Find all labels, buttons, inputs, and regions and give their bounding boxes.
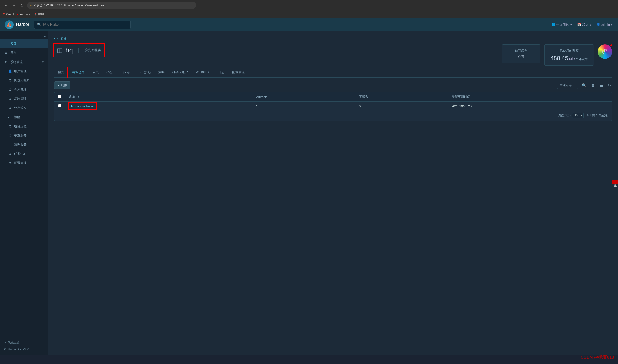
sidebar-item-label-interrogation: 审查服务	[14, 133, 26, 138]
tab-p2p[interactable]: P2P 预热	[134, 68, 154, 77]
sidebar-collapse-area: «	[0, 33, 48, 39]
push-command-button[interactable]: 推送命令 ∨	[557, 82, 579, 89]
right-edge-panel[interactable]: 收藏	[612, 180, 618, 184]
name-filter-icon[interactable]: ▼	[77, 95, 80, 98]
sidebar-item-robot-accounts[interactable]: ⚙ 机器人账户	[0, 76, 48, 85]
sidebar-item-label-repo: 仓库管理	[14, 87, 26, 92]
search-area[interactable]: 🔍	[34, 21, 131, 29]
bookmark-gmail[interactable]: M Gmail	[3, 13, 14, 16]
search-box[interactable]: 🔍	[34, 21, 131, 29]
tab-config-mgmt[interactable]: 配置管理	[228, 68, 249, 77]
pagination: 页面大小 10 15 25 50 1-1 共 1 条记录	[54, 110, 612, 120]
updated-value: 2024/10/7 12:20	[452, 104, 474, 108]
sidebar-api-link[interactable]: ⚙ Harbor API V2.0	[4, 346, 44, 352]
tab-overview-label: 概要	[58, 70, 64, 74]
quota-card: 已使用的配额 488.45 MiB of 不设限	[544, 44, 594, 66]
th-checkbox	[54, 92, 65, 102]
project-avatar: ⏱	[598, 44, 612, 59]
tab-robot-accounts[interactable]: 机器人账户	[168, 68, 192, 77]
tab-labels[interactable]: 标签	[103, 68, 117, 77]
search-input[interactable]	[43, 23, 128, 26]
row-name-cell: hq/nacos-cluster	[65, 102, 252, 111]
user-label: admin	[601, 23, 610, 26]
security-label: 不安全	[34, 3, 42, 8]
sidebar-item-projects[interactable]: ◫ 项目	[0, 39, 48, 48]
grid-list-toggle[interactable]: ⊞	[590, 82, 596, 89]
tab-overview[interactable]: 概要	[54, 68, 68, 77]
sidebar-collapse-button[interactable]: «	[44, 34, 46, 38]
page-size-label: 页面大小	[558, 113, 571, 118]
url-text: 192.168.142.158/harbor/projects/2/reposi…	[44, 4, 104, 7]
tab-logs[interactable]: 日志	[214, 68, 228, 77]
th-artifacts: Artifacts	[252, 92, 355, 102]
sidebar-group-system-header[interactable]: ⚙ 系统管理 ∨	[0, 57, 48, 67]
sidebar-item-replication[interactable]: ⚙ 复制管理	[0, 94, 48, 103]
projects-icon: ◫	[4, 42, 8, 46]
page-size-selector: 页面大小 10 15 25 50	[558, 113, 584, 118]
search-icon: 🔍	[582, 83, 587, 87]
main-container: « ◫ 项目 ≡ 日志 ⚙ 系统管理 ∨ 👤 用	[0, 31, 618, 355]
list-view-button[interactable]: ☰	[598, 82, 604, 89]
sidebar-item-label-task: 任务中心	[14, 152, 26, 156]
sidebar-item-task-center[interactable]: ⚙ 任务中心	[0, 149, 48, 158]
api-label: Harbor API V2.0	[8, 348, 29, 351]
bookmark-youtube[interactable]: ▶ YouTube	[17, 13, 31, 16]
sidebar-item-logs[interactable]: ≡ 日志	[0, 48, 48, 57]
access-level-card: 访问级别 公开	[502, 44, 540, 63]
bookmark-maps[interactable]: 📍 地图	[34, 12, 44, 16]
table-head: 名称 ▼ Artifacts 下载数 最新更新时间	[54, 92, 612, 102]
page-size-select[interactable]: 10 15 25 50	[572, 113, 584, 118]
search-button[interactable]: 🔍	[580, 82, 588, 89]
sidebar-item-repo-mgmt[interactable]: ⚙ 仓库管理	[0, 85, 48, 94]
forward-button[interactable]: →	[11, 2, 17, 9]
push-cmd-label: 推送命令 ∨	[560, 83, 576, 87]
sidebar-item-label-labels: 标签	[14, 115, 20, 119]
project-top-row: ◫ hq | 系统管理员 访问级别 公开 已使用的配额	[54, 44, 612, 66]
theme-toggle-label: 浅色主题	[8, 340, 20, 345]
sidebar-item-interrogation[interactable]: ⚙ 审查服务	[0, 131, 48, 140]
tab-repositories-label: 镜像仓库	[72, 70, 85, 74]
row-checkbox[interactable]	[58, 104, 61, 107]
quota-suffix: of 不设限	[576, 57, 588, 61]
address-bar[interactable]: ⚠ 不安全 192.168.142.158/harbor/projects/2/…	[27, 2, 196, 9]
repository-link[interactable]: hq/nacos-cluster	[69, 103, 96, 109]
topbar: ⛵ Harbor 🔍 🌐 中文简体 ∨ 📅 默认 ∨ 👤 admin	[0, 18, 618, 31]
tab-policy[interactable]: 策略	[154, 68, 168, 77]
tab-webhooks-label: Webhooks	[196, 70, 210, 74]
system-children: 👤 用户管理 ⚙ 机器人账户 ⚙ 仓库管理 ⚙ 复制管理	[0, 67, 48, 168]
topbar-right: 🌐 中文简体 ∨ 📅 默认 ∨ 👤 admin ∨	[552, 23, 613, 27]
tab-webhooks[interactable]: Webhooks	[192, 68, 214, 77]
sidebar-item-cleanup[interactable]: ⊞ 清理服务	[0, 140, 48, 149]
maps-label: 地图	[38, 12, 44, 16]
distribution-icon: ⚙	[8, 106, 12, 110]
project-divider: |	[78, 47, 79, 54]
th-updated: 最新更新时间	[448, 92, 612, 102]
avatar-container: ⏱	[598, 44, 612, 59]
back-button[interactable]: ←	[3, 2, 10, 9]
sidebar-item-user-mgmt[interactable]: 👤 用户管理	[0, 67, 48, 76]
breadcrumb-link[interactable]: < 项目	[57, 36, 66, 40]
sidebar-item-quota[interactable]: ⚙ 项目定额	[0, 122, 48, 131]
app: ⛵ Harbor 🔍 🌐 中文简体 ∨ 📅 默认 ∨ 👤 admin	[0, 18, 618, 355]
table-header-row: 名称 ▼ Artifacts 下载数 最新更新时间	[54, 92, 612, 102]
tab-members[interactable]: 成员	[88, 68, 103, 77]
sidebar-item-label-config: 配置管理	[14, 161, 26, 165]
sidebar-item-distribution[interactable]: ⚙ 分布式发	[0, 103, 48, 113]
tab-repositories[interactable]: 镜像仓库	[68, 68, 88, 77]
sidebar-theme-toggle[interactable]: ☀ 浅色主题	[4, 339, 44, 346]
col-downloads-label: 下载数	[359, 95, 368, 99]
reload-button[interactable]: ↻	[18, 2, 25, 9]
sidebar-item-config[interactable]: ⚙ 配置管理	[0, 158, 48, 168]
refresh-button[interactable]: ↻	[606, 82, 612, 89]
toolbar: ✕ 删除 推送命令 ∨ 🔍 ⊞ ☰	[54, 81, 612, 89]
access-level-label: 访问级别	[508, 49, 534, 53]
delete-button[interactable]: ✕ 删除	[54, 81, 70, 89]
sidebar-item-labels[interactable]: 🏷 标签	[0, 113, 48, 122]
user-menu[interactable]: 👤 admin ∨	[596, 23, 613, 26]
theme-selector[interactable]: 📅 默认 ∨	[577, 23, 592, 27]
select-all-checkbox[interactable]	[58, 95, 61, 98]
sidebar: « ◫ 项目 ≡ 日志 ⚙ 系统管理 ∨ 👤 用	[0, 31, 48, 355]
tab-scanner[interactable]: 扫描器	[117, 68, 134, 77]
sun-icon: ☀	[4, 341, 7, 344]
language-selector[interactable]: 🌐 中文简体 ∨	[552, 23, 572, 27]
